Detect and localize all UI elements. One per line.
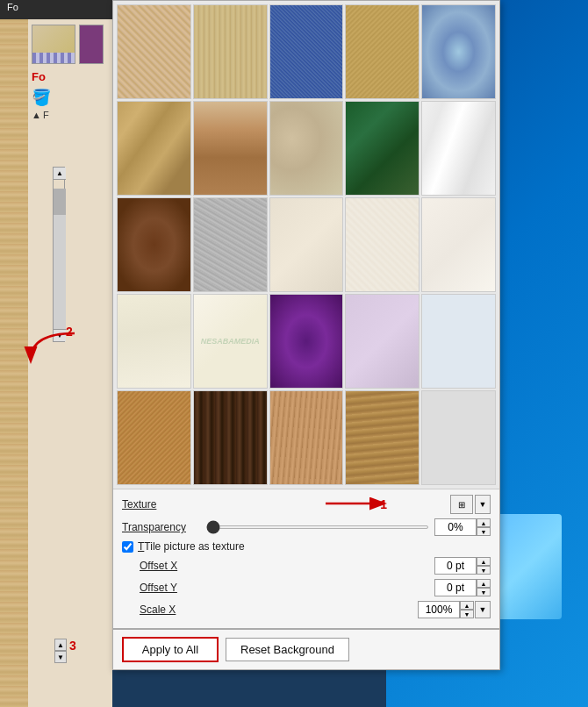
offset-y-input[interactable] xyxy=(434,579,477,596)
texture-picker-btn[interactable]: ⊞ xyxy=(450,495,473,514)
offset-x-input[interactable] xyxy=(434,557,477,575)
texture-cell-cream[interactable] xyxy=(117,294,191,389)
offset-y-value-group: ▲ ▼ xyxy=(434,579,491,596)
badge-2: 2 xyxy=(66,325,73,339)
texture-label: Texture xyxy=(122,498,201,511)
texture-control-row: Texture 1 ⊞ ▼ xyxy=(122,495,491,514)
texture-cell-white-marble[interactable] xyxy=(421,101,496,196)
controls-section: Texture 1 ⊞ ▼ xyxy=(113,489,499,628)
texture-cell-sand[interactable] xyxy=(269,101,344,196)
tile-checkbox-row: TTile picture as texture xyxy=(122,540,491,553)
offset-x-row: Offset X ▲ ▼ xyxy=(122,557,491,575)
bottom-scroll-up-btn[interactable]: ▲ xyxy=(54,639,67,651)
texture-cell-feather[interactable] xyxy=(193,101,268,196)
scroll-controls: ▲ ▼ xyxy=(53,167,65,342)
preview-box-2[interactable] xyxy=(79,25,104,64)
scroll-track xyxy=(54,189,66,329)
transparency-input[interactable] xyxy=(434,518,477,536)
tile-checkbox[interactable] xyxy=(122,541,133,553)
transparency-up-btn[interactable]: ▲ xyxy=(477,518,491,527)
bright-element xyxy=(491,514,562,619)
texture-cell-ivory[interactable] xyxy=(421,197,496,292)
preview-area xyxy=(32,25,104,64)
bottom-scroll-controls: ▲ ▼ xyxy=(54,639,67,663)
scale-x-label: Scale X xyxy=(122,603,201,616)
texture-grid: NESABAMEDIA xyxy=(113,1,499,489)
subsection-label: F xyxy=(43,110,49,120)
scale-x-value-group: ▲ ▼ ▼ xyxy=(418,601,491,618)
offset-x-down-btn[interactable]: ▼ xyxy=(477,566,491,575)
scale-x-row: Scale X ▲ ▼ ▼ xyxy=(122,601,491,618)
triangle-icon: ▲ xyxy=(32,110,41,120)
apply-to-all-button[interactable]: Apply to All xyxy=(122,637,219,662)
texture-cell-wood-dark[interactable] xyxy=(193,390,268,485)
texture-cell-pastel[interactable] xyxy=(345,294,419,389)
texture-cell-green-marble[interactable] xyxy=(345,101,419,196)
subsection: ▲ F xyxy=(32,110,49,120)
texture-cell-granite[interactable] xyxy=(193,197,268,292)
transparency-value-group: ▲ ▼ xyxy=(434,518,491,536)
scale-x-dropdown-btn[interactable]: ▼ xyxy=(475,601,491,618)
transparency-down-btn[interactable]: ▼ xyxy=(477,527,491,536)
texture-cell-burlap[interactable] xyxy=(117,4,191,99)
fill-icon[interactable]: 🪣 xyxy=(32,88,51,107)
action-bar: 3 Apply to All Reset Background xyxy=(113,628,499,669)
offset-y-label: Offset Y xyxy=(122,582,201,594)
offset-y-down-btn[interactable]: ▼ xyxy=(477,588,491,596)
preview-box-1[interactable] xyxy=(32,25,75,64)
arrow-1-container: 1 xyxy=(380,497,448,511)
texture-cell-burlap2[interactable] xyxy=(193,4,268,99)
reset-background-button[interactable]: Reset Background xyxy=(226,638,349,661)
texture-cell-fabric-tan[interactable] xyxy=(345,4,419,99)
offset-x-label: Offset X xyxy=(122,560,201,572)
watermark-text: NESABAMEDIA xyxy=(201,337,260,346)
offset-y-spinners: ▲ ▼ xyxy=(477,579,491,596)
annotation-2: 2 xyxy=(13,325,83,380)
scroll-thumb[interactable] xyxy=(54,189,66,215)
offset-x-value-group: ▲ ▼ xyxy=(434,557,491,575)
texture-cell-linen[interactable] xyxy=(345,197,419,292)
panel-title-abbreviation: Fo xyxy=(0,0,25,15)
texture-dropdown-btn[interactable]: ▼ xyxy=(475,495,491,514)
transparency-spinners: ▲ ▼ xyxy=(477,518,491,536)
texture-panel: NESABAMEDIA Texture xyxy=(112,0,500,670)
transparency-slider[interactable] xyxy=(206,525,429,529)
texture-cell-brown[interactable] xyxy=(117,197,191,292)
texture-cell-partial xyxy=(421,390,496,485)
offset-x-spinners: ▲ ▼ xyxy=(477,557,491,575)
texture-cell-water[interactable] xyxy=(421,4,496,99)
transparency-label: Transparency xyxy=(122,521,201,533)
texture-cell-beige[interactable] xyxy=(269,197,344,292)
texture-cell-empty xyxy=(421,294,496,389)
badge-3: 3 xyxy=(69,639,76,653)
transparency-control-row: Transparency ▲ ▼ xyxy=(122,518,491,536)
texture-cell-cork[interactable] xyxy=(117,390,191,485)
scale-x-down-btn[interactable]: ▼ xyxy=(460,610,474,618)
texture-cell-fabric-blue[interactable] xyxy=(269,4,344,99)
title-bar: Fo xyxy=(0,0,112,19)
offset-y-up-btn[interactable]: ▲ xyxy=(477,579,491,588)
scale-x-up-btn[interactable]: ▲ xyxy=(460,601,474,610)
texture-cell-wood-stripes[interactable] xyxy=(345,390,419,485)
scroll-up-btn[interactable]: ▲ xyxy=(54,168,66,180)
preview-stripe xyxy=(32,53,75,63)
texture-cell-nesaba[interactable]: NESABAMEDIA xyxy=(193,294,268,389)
scale-x-input[interactable] xyxy=(418,601,460,618)
texture-cell-wood-light[interactable] xyxy=(269,390,344,485)
section-label: Fo xyxy=(32,70,46,83)
texture-btn-group: 1 ⊞ ▼ xyxy=(206,495,491,514)
scale-x-spinners: ▲ ▼ xyxy=(460,601,474,618)
bottom-scroll-down-btn[interactable]: ▼ xyxy=(54,651,67,663)
tile-label: TTile picture as texture xyxy=(138,540,245,553)
offset-y-row: Offset Y ▲ ▼ xyxy=(122,579,491,596)
texture-cell-crumpled[interactable] xyxy=(117,101,191,196)
offset-x-up-btn[interactable]: ▲ xyxy=(477,557,491,566)
texture-cell-purple[interactable] xyxy=(269,294,344,389)
